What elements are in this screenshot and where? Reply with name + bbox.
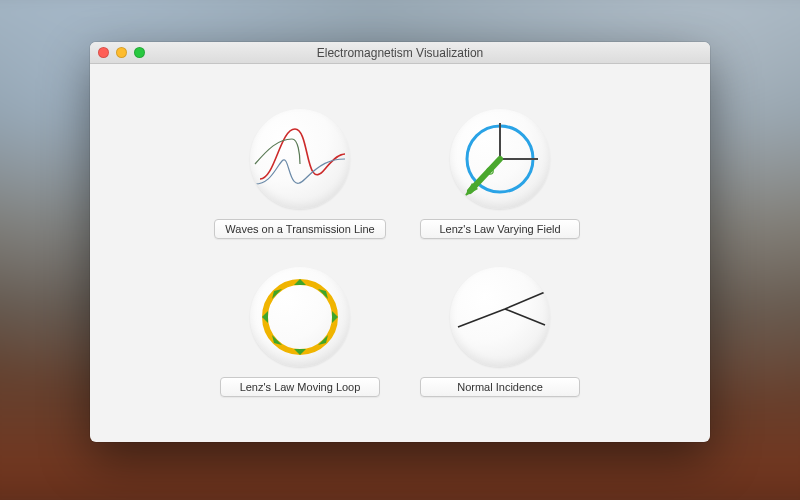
close-icon[interactable] <box>98 47 109 58</box>
button-label: Lenz's Law Moving Loop <box>240 381 361 393</box>
normal-incidence-button[interactable]: Normal Incidence <box>420 377 580 397</box>
svg-line-18 <box>505 309 545 325</box>
waves-transmission-icon[interactable] <box>250 109 350 209</box>
visualization-grid: Waves on a Transmission Line <box>220 109 580 397</box>
window-title: Electromagnetism Visualization <box>317 46 484 60</box>
list-item: Normal Incidence <box>420 267 580 397</box>
lenz-varying-field-button[interactable]: Lenz's Law Varying Field <box>420 219 580 239</box>
svg-line-17 <box>505 292 545 309</box>
normal-incidence-icon[interactable] <box>450 267 550 367</box>
list-item: Waves on a Transmission Line <box>220 109 380 239</box>
button-label: Normal Incidence <box>457 381 543 393</box>
waves-transmission-button[interactable]: Waves on a Transmission Line <box>214 219 385 239</box>
svg-point-6 <box>489 170 491 172</box>
titlebar: Electromagnetism Visualization <box>90 42 710 64</box>
minimize-icon[interactable] <box>116 47 127 58</box>
lenz-varying-field-icon[interactable] <box>450 109 550 209</box>
zoom-icon[interactable] <box>134 47 145 58</box>
lenz-moving-loop-icon[interactable] <box>250 267 350 367</box>
svg-line-16 <box>458 309 505 327</box>
content-area: Waves on a Transmission Line <box>90 64 710 442</box>
window-controls <box>98 47 145 58</box>
app-window: Electromagnetism Visualization Waves on … <box>90 42 710 442</box>
list-item: Lenz's Law Varying Field <box>420 109 580 239</box>
button-label: Lenz's Law Varying Field <box>439 223 560 235</box>
list-item: Lenz's Law Moving Loop <box>220 267 380 397</box>
button-label: Waves on a Transmission Line <box>225 223 374 235</box>
lenz-moving-loop-button[interactable]: Lenz's Law Moving Loop <box>220 377 380 397</box>
